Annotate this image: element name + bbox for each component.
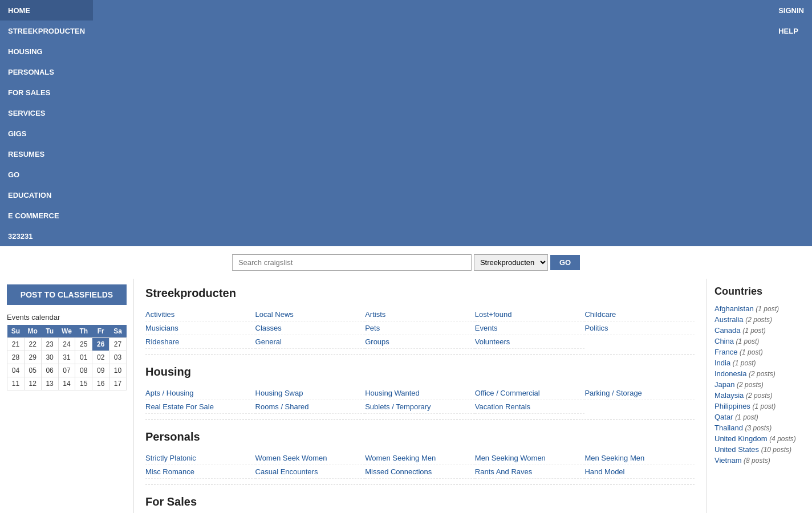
section-title: Streekproducten — [145, 287, 695, 302]
calendar-day[interactable]: 24 — [58, 338, 75, 351]
category-link[interactable]: Strictly Platonic — [145, 451, 255, 465]
nav-item-streekproducten[interactable]: STREEKPRODUCTEN — [0, 21, 93, 41]
calendar-day[interactable]: 28 — [7, 351, 25, 364]
category-link[interactable]: Men Seeking Women — [475, 451, 585, 465]
calendar-day[interactable]: 22 — [24, 338, 41, 351]
category-link[interactable]: Misc Romance — [145, 465, 255, 479]
calendar-day[interactable]: 12 — [24, 377, 41, 390]
nav-item-resumes[interactable]: RESUMES — [0, 144, 93, 164]
calendar-day[interactable]: 02 — [92, 351, 109, 364]
category-link[interactable]: Pets — [365, 321, 475, 335]
nav-item-housing[interactable]: HOUSING — [0, 41, 93, 62]
country-link[interactable]: Indonesia (2 posts) — [714, 368, 804, 379]
nav-item-help[interactable]: HELP — [770, 21, 812, 41]
country-link[interactable]: Qatar (1 post) — [714, 412, 804, 422]
calendar-day[interactable]: 29 — [24, 351, 41, 364]
country-link[interactable]: France (1 post) — [714, 347, 804, 357]
nav-item-323231[interactable]: 323231 — [0, 226, 93, 246]
category-link[interactable]: General — [255, 335, 366, 349]
category-link[interactable]: Rideshare — [145, 335, 255, 349]
search-go-button[interactable]: GO — [550, 255, 580, 270]
category-link[interactable]: Lost+found — [475, 308, 585, 321]
country-link[interactable]: Philippines (1 post) — [714, 401, 804, 412]
country-link[interactable]: Afghanistan (1 post) — [714, 303, 804, 314]
nav-item-gigs[interactable]: GIGS — [0, 123, 93, 144]
category-link[interactable]: Groups — [365, 335, 475, 349]
post-to-classfields-button[interactable]: POST TO CLASSFIELDS — [7, 284, 127, 305]
calendar-day[interactable]: 27 — [109, 338, 127, 351]
country-link[interactable]: China (1 post) — [714, 336, 804, 347]
category-link[interactable]: Housing Swap — [255, 386, 366, 400]
nav-item-for-sales[interactable]: FOR SALES — [0, 82, 93, 103]
calendar-day[interactable]: 03 — [109, 351, 127, 364]
calendar-day[interactable]: 25 — [75, 338, 92, 351]
calendar-day[interactable]: 26 — [92, 338, 109, 351]
category-link[interactable]: Casual Encounters — [255, 465, 366, 479]
category-link[interactable]: Local News — [255, 308, 366, 321]
calendar-header-fr: Fr — [92, 325, 109, 338]
calendar-day[interactable]: 23 — [41, 338, 58, 351]
category-link[interactable]: Missed Connections — [365, 465, 475, 479]
category-link[interactable]: Vacation Rentals — [475, 400, 585, 414]
category-link[interactable]: Housing Wanted — [365, 386, 475, 400]
section-housing: HousingApts / HousingHousing SwapHousing… — [145, 365, 695, 420]
search-bar: StreekproductenHousingPersonalsFor Sales… — [0, 246, 812, 279]
calendar-day[interactable]: 04 — [7, 364, 25, 377]
calendar-day[interactable]: 16 — [92, 377, 109, 390]
calendar-day[interactable]: 08 — [75, 364, 92, 377]
country-link[interactable]: United States (10 posts) — [714, 444, 804, 455]
calendar-day[interactable]: 01 — [75, 351, 92, 364]
calendar-day[interactable]: 14 — [58, 377, 75, 390]
search-input[interactable] — [232, 254, 472, 271]
category-link[interactable]: Men Seeking Men — [584, 451, 695, 465]
country-link[interactable]: United Kingdom (4 posts) — [714, 433, 804, 444]
category-link[interactable]: Childcare — [584, 308, 695, 321]
category-link[interactable]: Office / Commercial — [475, 386, 585, 400]
calendar-day[interactable]: 09 — [92, 364, 109, 377]
nav-item-signin[interactable]: SIGNIN — [770, 0, 812, 21]
category-link[interactable]: Classes — [255, 321, 366, 335]
nav-item-go[interactable]: GO — [0, 164, 93, 185]
nav-item-e-commerce[interactable]: E COMMERCE — [0, 205, 93, 226]
category-link[interactable]: Women Seeking Men — [365, 451, 475, 465]
calendar-header-su: Su — [7, 325, 25, 338]
country-link[interactable]: Japan (2 posts) — [714, 379, 804, 390]
category-link[interactable]: Women Seek Women — [255, 451, 366, 465]
country-link[interactable]: Vietnam (8 posts) — [714, 455, 804, 466]
country-link[interactable]: India (1 post) — [714, 357, 804, 368]
calendar-day[interactable]: 13 — [41, 377, 58, 390]
category-link[interactable]: Events — [475, 321, 585, 335]
calendar-day[interactable]: 07 — [58, 364, 75, 377]
calendar-day[interactable]: 31 — [58, 351, 75, 364]
section-for-sales: For SalesAntiquesAppliancesBaby+kidsArts… — [145, 495, 695, 513]
nav-item-personals[interactable]: PERSONALS — [0, 62, 93, 82]
category-link[interactable]: Artists — [365, 308, 475, 321]
category-link[interactable]: Apts / Housing — [145, 386, 255, 400]
nav-item-home[interactable]: HOME — [0, 0, 93, 21]
category-link[interactable]: Activities — [145, 308, 255, 321]
category-link[interactable]: Musicians — [145, 321, 255, 335]
calendar-day[interactable]: 11 — [7, 377, 25, 390]
calendar-day[interactable]: 15 — [75, 377, 92, 390]
category-link[interactable]: Rooms / Shared — [255, 400, 366, 414]
category-link[interactable]: Real Estate For Sale — [145, 400, 255, 414]
calendar-day[interactable]: 30 — [41, 351, 58, 364]
category-link[interactable]: Rants And Raves — [475, 465, 585, 479]
calendar-day[interactable]: 10 — [109, 364, 127, 377]
category-link[interactable]: Parking / Storage — [584, 386, 695, 400]
category-link[interactable]: Politics — [584, 321, 695, 335]
country-link[interactable]: Malaysia (2 posts) — [714, 390, 804, 401]
category-link[interactable]: Volunteers — [475, 335, 585, 349]
category-link[interactable]: Sublets / Temporary — [365, 400, 475, 414]
search-category-select[interactable]: StreekproductenHousingPersonalsFor Sales… — [474, 254, 548, 271]
calendar-day[interactable]: 06 — [41, 364, 58, 377]
category-link[interactable]: Hand Model — [584, 465, 695, 479]
country-link[interactable]: Canada (1 post) — [714, 325, 804, 336]
calendar-day[interactable]: 21 — [7, 338, 25, 351]
calendar-day[interactable]: 17 — [109, 377, 127, 390]
nav-item-education[interactable]: EDUCATION — [0, 185, 93, 205]
country-link[interactable]: Thailand (3 posts) — [714, 422, 804, 433]
country-link[interactable]: Australia (2 posts) — [714, 314, 804, 325]
nav-item-services[interactable]: SERVICES — [0, 103, 93, 123]
calendar-day[interactable]: 05 — [24, 364, 41, 377]
